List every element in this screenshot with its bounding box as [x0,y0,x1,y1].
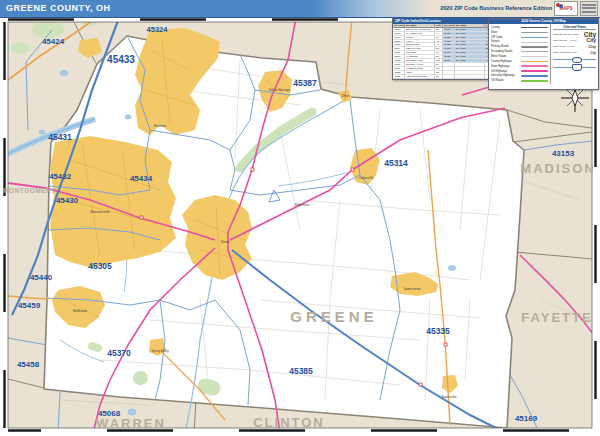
town-label: Fairborn [154,124,167,128]
map-legend: 2020 Greene County, OH Map County State … [488,18,599,90]
county-label-warren: WARREN [96,416,166,431]
zip-label-45434: 45434 [130,174,153,183]
zip-code-index-table: ZIP Code Index/Grid Locator ZIP Code ZIP… [392,17,494,80]
edition-label: 2020 ZIP Code Business Reference Edition [440,5,552,11]
town-label: Yellow Springs [268,88,290,92]
legend-row: Toll Roads [491,78,548,83]
county-label-montgomery: MONTGOMERY [3,187,56,194]
zip-label-45385: 45385 [289,366,313,376]
zip-label-45370: 45370 [107,348,131,358]
map-page: MONTGOMERY MADISON GREENE FAYETTE CLINTO… [0,0,600,436]
cities-title: Cities and Towns [553,25,596,30]
zip-label-45440: 45440 [30,273,53,282]
town-label: Cedarville [358,176,373,180]
legend-cities: Cities and Towns Cities 50,000 and Above… [550,24,598,84]
maps-logo-icon: MAPS [554,1,578,16]
interstate-shield-icon [572,64,582,71]
zip-label-43153: 43153 [552,149,575,158]
state-route-oval-icon [572,57,582,64]
interstate-sample [553,64,596,72]
zip-label-45433: 45433 [107,54,135,65]
town-label: Wilberforce [294,203,310,207]
county-label-madison: MADISON [520,161,595,176]
header-bar: GREENE COUNTY, OH 2020 ZIP Code Business… [0,0,600,18]
zip-label-45314: 45314 [384,158,408,168]
town-label: Beavercreek [90,210,109,214]
zip-label-45458: 45458 [17,360,40,369]
zip-label-45068: 45068 [98,409,121,418]
zip-label-45335: 45335 [426,326,450,336]
zip-label-45431: 45431 [48,132,72,142]
zip-label-45324: 45324 [147,25,169,34]
town-label: Bowersville [441,395,457,399]
table-row: 45387 YELLOW SPRINGS C1 [393,75,493,79]
legend-city-items: Cities 50,000 and Above City Cities 10,0… [553,31,596,56]
town-label: Spring Valley [151,349,169,353]
reference-badge [580,1,598,16]
zip-label-45387: 45387 [293,78,317,88]
zip-label-45169: 45169 [515,414,538,423]
zip-table-rows: 43153 SOUTH CHARLESTON E1 45424 DAYTON A… [393,28,493,79]
zip-label-45459: 45459 [18,301,41,310]
county-label-greene: GREENE [290,308,377,325]
town-label: Clifton [341,94,350,98]
zip-label-45432: 45432 [49,172,72,181]
state-route-sample [553,56,596,64]
zip-label-45305: 45305 [88,261,112,271]
page-title: GREENE COUNTY, OH [6,3,111,13]
town-label: Bellbrook [73,309,87,313]
town-label: Xenia [220,240,229,244]
publisher-logo: MAPS [554,1,598,16]
county-label-clinton: CLINTON [253,415,325,430]
zip-label-45430: 45430 [56,196,79,205]
county-label-fayette: FAYETTE [521,310,592,325]
town-label: Jamestown [403,287,420,291]
zip-label-45424: 45424 [42,37,65,46]
legend-line-items: County State ZIP Code Streets Primary Ro… [489,24,550,84]
